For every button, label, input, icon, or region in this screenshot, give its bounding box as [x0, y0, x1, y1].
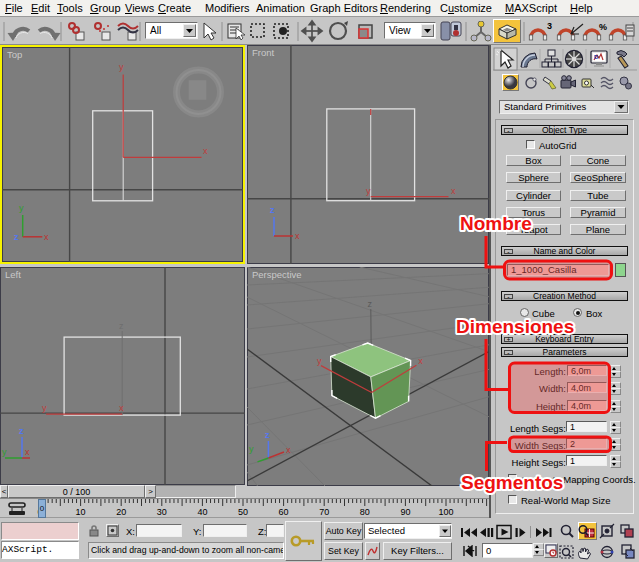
svg-text:y: y	[19, 203, 24, 213]
svg-text:x: x	[119, 403, 124, 413]
svg-text:x: x	[25, 447, 30, 457]
svg-text:Left: Left	[5, 269, 21, 280]
svg-text:z: z	[270, 205, 275, 215]
svg-text:70: 70	[319, 507, 329, 517]
svg-text:x: x	[451, 186, 456, 196]
svg-text:y: y	[249, 444, 254, 454]
svg-text:3: 3	[547, 21, 552, 31]
svg-text:x: x	[44, 232, 49, 242]
svg-text:50: 50	[238, 507, 248, 517]
svg-text:z: z	[19, 426, 24, 436]
svg-text:y: y	[366, 186, 371, 196]
svg-text:x: x	[286, 445, 291, 455]
svg-text:10: 10	[76, 507, 86, 517]
svg-text:90: 90	[400, 507, 410, 517]
svg-text:y: y	[317, 356, 322, 366]
svg-text:Top: Top	[7, 49, 22, 60]
svg-text:60: 60	[279, 507, 289, 517]
svg-text:z: z	[14, 232, 19, 242]
svg-text:y: y	[42, 403, 47, 413]
svg-text:x: x	[203, 146, 208, 156]
svg-text:Perspective: Perspective	[252, 269, 302, 280]
svg-text:40: 40	[197, 507, 207, 517]
svg-text:20: 20	[116, 507, 126, 517]
svg-text:y: y	[119, 62, 124, 72]
svg-text:Front: Front	[252, 47, 275, 58]
svg-text:30: 30	[157, 507, 167, 517]
svg-text:y: y	[2, 447, 7, 457]
svg-text:80: 80	[360, 507, 370, 517]
svg-text:z: z	[265, 430, 270, 440]
svg-text:z: z	[119, 321, 124, 331]
svg-text:100: 100	[438, 507, 453, 517]
svg-text:D: D	[594, 54, 599, 60]
svg-text:%: %	[599, 22, 607, 32]
svg-text:x: x	[418, 356, 423, 366]
svg-text:z: z	[368, 299, 373, 309]
svg-text:x: x	[295, 231, 300, 241]
